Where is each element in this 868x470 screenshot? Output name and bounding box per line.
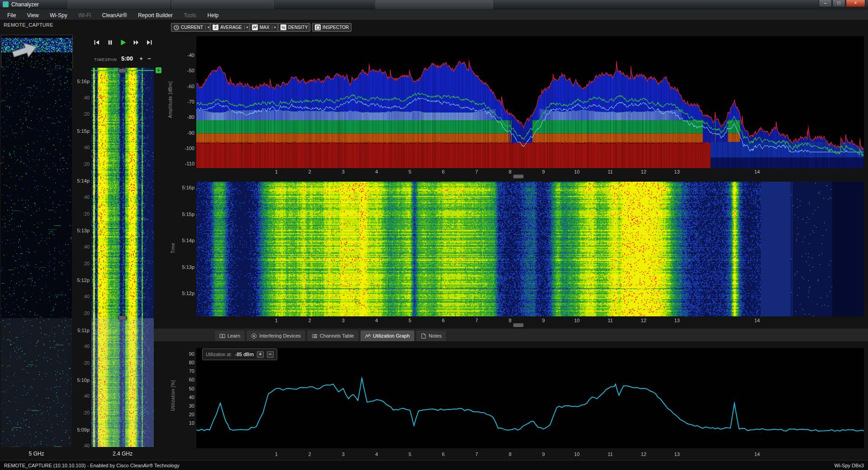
channel-tick-label: 12: [641, 451, 646, 457]
timeline-label: 5:10p: [77, 377, 90, 383]
menu-help[interactable]: Help: [203, 10, 223, 21]
waterfall-time-label: 5:12p: [182, 291, 194, 296]
fast-forward-button[interactable]: [131, 38, 141, 47]
timespan-increase-button[interactable]: +: [138, 55, 144, 62]
timeline-label: :20: [83, 261, 90, 266]
current-label: CURRENT: [181, 25, 203, 30]
amplitude-tick-label: -50: [187, 68, 194, 73]
tab-interfering-devices[interactable]: Interfering Devices: [246, 330, 306, 341]
channel-tick-label: 2: [308, 169, 311, 174]
max-trace-dropdown[interactable]: MAX ▾: [249, 23, 279, 32]
waterfall-main-plot[interactable]: [196, 182, 864, 316]
current-view-dropdown[interactable]: CURRENT ▾: [171, 23, 212, 32]
amplitude-tick-label: -60: [187, 84, 194, 89]
menu-cleanair[interactable]: CleanAir®: [98, 10, 132, 21]
play-button[interactable]: [118, 38, 128, 47]
utilization-threshold-value: -85 dBm: [235, 352, 254, 357]
splitter-grip[interactable]: [513, 174, 524, 179]
tab-label: Learn: [228, 333, 240, 338]
inspector-icon: [315, 24, 321, 30]
timeline-label: 5:09p: [77, 427, 90, 432]
amplitude-tick-label: -80: [187, 114, 194, 120]
background-browser-tab[interactable]: [172, 0, 274, 9]
close-button[interactable]: ×: [846, 0, 865, 7]
skip-start-icon: [94, 39, 100, 46]
channel-tick-label: 4: [375, 318, 378, 323]
timeline-label: :40: [83, 195, 90, 200]
utilization-tick-label: 60: [189, 377, 194, 382]
background-browser-tab[interactable]: [68, 0, 170, 9]
tab-channels-table[interactable]: Channels Table: [307, 330, 359, 341]
learn-book-icon: [219, 333, 225, 339]
timespan-decrease-button[interactable]: −: [146, 55, 152, 62]
playback-controls: [92, 38, 154, 47]
channel-tick-label: 10: [574, 451, 579, 457]
average-trace-dropdown[interactable]: x AVERAGE ▾: [210, 23, 251, 32]
waterfall-5gh z[interactable]: [1, 68, 72, 447]
tab-learn[interactable]: Learn: [214, 330, 245, 341]
channel-tick-label: 12: [641, 318, 646, 323]
utilization-tick-label: 50: [189, 386, 194, 391]
utilization-graph-icon: [365, 333, 371, 339]
channel-tick-label: 11: [607, 169, 612, 174]
chevron-down-icon: ▾: [244, 25, 248, 29]
maximize-button[interactable]: □: [832, 0, 845, 7]
pause-button[interactable]: [105, 38, 115, 47]
timespan-top-grip[interactable]: [118, 69, 127, 73]
waterfall-2-4ghz-timeline[interactable]: [91, 68, 154, 447]
timespan-label: TIMESPAN: [94, 57, 117, 62]
channel-tick-label: 5: [408, 169, 411, 174]
channel-tick-label: 14: [754, 451, 760, 457]
channel-tick-label: 10: [574, 169, 579, 174]
timeline-label: :20: [83, 410, 90, 415]
timeline-label: :40: [83, 95, 90, 100]
menu-view[interactable]: View: [23, 10, 43, 21]
splitter-grip[interactable]: [513, 323, 524, 327]
interference-target-icon: [251, 333, 257, 339]
background-browser-tab[interactable]: [375, 0, 493, 9]
chevron-down-icon: ▾: [272, 25, 276, 29]
skip-to-end-button[interactable]: [144, 38, 154, 47]
timeline-label: :40: [83, 294, 90, 299]
utilization-tick-label: 90: [189, 351, 194, 357]
waterfall-time-label: 5:14p: [182, 238, 194, 243]
channel-tick-label: 3: [342, 318, 345, 323]
channel-tick-label: 13: [674, 169, 680, 174]
utilization-graph-plot[interactable]: [196, 348, 864, 448]
menu-file[interactable]: File: [3, 10, 20, 21]
tab-notes[interactable]: Notes: [416, 330, 447, 341]
timeline-label: 5:12p: [77, 277, 90, 283]
amplitude-spectral-plot[interactable]: [196, 36, 864, 168]
time-axis-label: Time: [171, 243, 175, 254]
timespan-bottom-grip[interactable]: [118, 316, 127, 320]
tab-utilization-graph[interactable]: Utilization Graph: [360, 330, 415, 341]
timeline-label: 5:15p: [77, 128, 90, 134]
pause-icon: [107, 39, 113, 46]
density-toggle-button[interactable]: % DENSITY: [278, 23, 310, 32]
minimize-button[interactable]: –: [819, 0, 832, 7]
inspector-toggle-button[interactable]: INSPECTOR: [312, 23, 351, 32]
channel-tick-label: 6: [442, 318, 445, 323]
channel-tick-label: 1: [275, 451, 278, 457]
threshold-increase-button[interactable]: +: [257, 351, 264, 358]
skip-to-start-button[interactable]: [92, 38, 102, 47]
channel-tick-label: 8: [509, 318, 512, 323]
menu-tools[interactable]: Tools: [179, 10, 201, 21]
utilization-tick-label: 10: [189, 420, 194, 426]
menu-report-builder[interactable]: Report Builder: [133, 10, 177, 21]
average-icon: x: [213, 24, 218, 30]
menu-bar: File View Wi-Spy Wi-Fi CleanAir® Report …: [0, 9, 868, 20]
utilization-tick-label: 30: [189, 403, 194, 409]
threshold-decrease-button[interactable]: −: [267, 351, 274, 358]
timespan-value: 5:00: [121, 55, 133, 62]
menu-wifi[interactable]: Wi-Fi: [74, 10, 95, 21]
max-icon: [252, 24, 258, 30]
utilization-threshold-control: Utilization at: -85 dBm + −: [202, 348, 277, 360]
channel-tick-label: 7: [475, 318, 478, 323]
timespan-add-handle[interactable]: +: [156, 67, 161, 73]
waterfall-time-label: 5:13p: [182, 264, 194, 270]
channel-tick-label: 11: [607, 318, 612, 323]
utilization-at-label: Utilization at:: [206, 352, 232, 357]
timeline-label: :40: [83, 344, 90, 349]
menu-wispy[interactable]: Wi-Spy: [45, 10, 72, 21]
